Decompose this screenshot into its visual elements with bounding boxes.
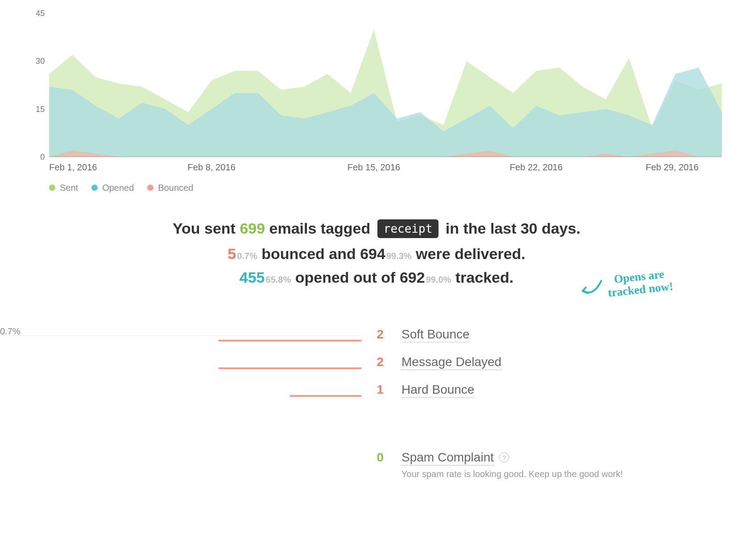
bounce-label[interactable]: Soft Bounce bbox=[401, 327, 470, 342]
bounce-stats: 0.7% 2 Soft Bounce 2 Message Delayed 1 H… bbox=[0, 326, 753, 479]
svg-text:15: 15 bbox=[36, 105, 45, 114]
bounce-row: 2 Message Delayed bbox=[0, 354, 753, 372]
spam-label[interactable]: Spam Complaint bbox=[401, 450, 494, 465]
spam-subtext: Your spam rate is looking good. Keep up … bbox=[401, 469, 623, 479]
bar-cell bbox=[0, 449, 361, 467]
delivered-pct: 99.3% bbox=[386, 251, 412, 261]
summary-line-2: 50.7% bounced and 69499.3% were delivere… bbox=[0, 245, 753, 263]
text: emails tagged bbox=[265, 220, 375, 237]
text: bounced and bbox=[257, 245, 360, 262]
svg-text:0: 0 bbox=[40, 152, 45, 161]
bar-cell bbox=[0, 382, 361, 399]
legend-label: Sent bbox=[60, 183, 78, 193]
bounced-pct: 0.7% bbox=[237, 251, 257, 261]
sent-count: 699 bbox=[240, 220, 265, 237]
svg-text:Feb 29, 2016: Feb 29, 2016 bbox=[646, 162, 699, 172]
area-chart-svg: 0153045Feb 1, 2016Feb 8, 2016Feb 15, 201… bbox=[27, 9, 726, 175]
text: You sent bbox=[173, 220, 240, 237]
svg-text:Feb 22, 2016: Feb 22, 2016 bbox=[510, 162, 563, 172]
bounced-count: 5 bbox=[228, 245, 236, 262]
bounce-label[interactable]: Hard Bounce bbox=[401, 383, 474, 398]
text: were delivered. bbox=[412, 245, 525, 262]
bounce-bar bbox=[290, 395, 361, 397]
text: tracked. bbox=[451, 269, 513, 286]
legend-label: Opened bbox=[102, 183, 134, 193]
tracked-count: 692 bbox=[400, 269, 425, 286]
bounce-label-cell: Soft Bounce bbox=[401, 326, 470, 342]
bounce-label-cell: Message Delayed bbox=[401, 354, 501, 369]
bounce-bar bbox=[219, 367, 361, 369]
bounce-bar bbox=[219, 340, 361, 342]
bounce-row: 0.7% 2 Soft Bounce bbox=[0, 326, 753, 344]
spam-count: 0 bbox=[361, 449, 384, 465]
summary-line-1: You sent 699 emails tagged receipt in th… bbox=[0, 220, 753, 239]
svg-text:Feb 8, 2016: Feb 8, 2016 bbox=[188, 162, 236, 172]
bounce-label[interactable]: Message Delayed bbox=[401, 355, 501, 370]
legend-dot-icon bbox=[91, 185, 98, 191]
text: opened out of bbox=[291, 269, 400, 286]
bounce-count: 1 bbox=[361, 382, 384, 397]
bounce-label-cell: Hard Bounce bbox=[401, 382, 474, 397]
bar-cell: 0.7% bbox=[0, 326, 361, 344]
bar-cell bbox=[0, 354, 361, 372]
bounce-count: 2 bbox=[361, 354, 384, 369]
tag-chip[interactable]: receipt bbox=[377, 219, 439, 238]
help-icon[interactable]: ? bbox=[499, 453, 509, 462]
opened-pct: 65.8% bbox=[266, 275, 291, 284]
opened-count: 455 bbox=[240, 269, 265, 286]
summary-section: You sent 699 emails tagged receipt in th… bbox=[0, 220, 753, 286]
divider bbox=[0, 335, 361, 336]
delivered-count: 694 bbox=[360, 245, 385, 262]
spam-row: 0 Spam Complaint ? Your spam rate is loo… bbox=[0, 449, 753, 479]
legend-item-bounced: Bounced bbox=[147, 183, 193, 193]
spam-label-cell: Spam Complaint ? Your spam rate is looki… bbox=[401, 449, 623, 479]
text: in the last 30 days. bbox=[441, 220, 580, 237]
svg-text:30: 30 bbox=[36, 57, 45, 66]
legend-dot-icon bbox=[147, 185, 153, 191]
svg-text:Feb 15, 2016: Feb 15, 2016 bbox=[348, 162, 400, 172]
svg-text:Feb 1, 2016: Feb 1, 2016 bbox=[49, 162, 97, 172]
bounce-row: 1 Hard Bounce bbox=[0, 382, 753, 399]
legend-dot-icon bbox=[49, 185, 55, 191]
legend-item-opened: Opened bbox=[91, 183, 134, 193]
bounce-count: 2 bbox=[361, 326, 384, 342]
legend-item-sent: Sent bbox=[49, 183, 78, 193]
legend-label: Bounced bbox=[158, 183, 193, 193]
svg-text:45: 45 bbox=[36, 9, 45, 18]
arrow-icon bbox=[579, 278, 605, 300]
tracked-pct: 99.0% bbox=[426, 275, 451, 284]
chart-legend: Sent Opened Bounced bbox=[49, 183, 753, 193]
email-activity-chart: 0153045Feb 1, 2016Feb 8, 2016Feb 15, 201… bbox=[27, 9, 726, 175]
